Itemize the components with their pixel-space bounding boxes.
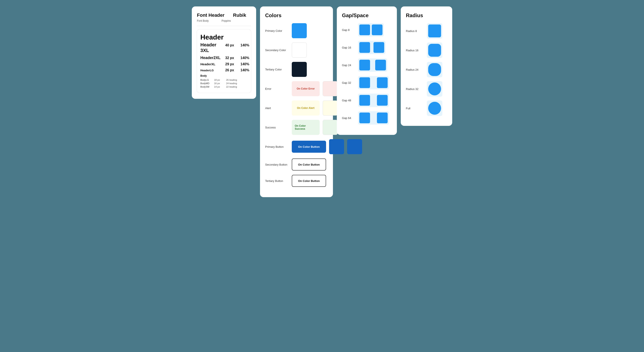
radius-box: [428, 25, 441, 37]
radius-box: [428, 44, 441, 57]
gap-label: Gap 64: [342, 116, 354, 120]
gap-row: Gap 24: [342, 58, 392, 72]
gap-row: Gap 64: [342, 111, 392, 125]
color-row-label: Primary Button: [265, 145, 289, 148]
gap-demo: [358, 111, 389, 125]
type-leading: 140%: [240, 68, 249, 72]
color-row: Primary Color: [265, 23, 328, 38]
gap-demo: [358, 41, 386, 54]
color-row: Primary ButtonOn Color Button: [265, 139, 328, 154]
color-row: Tertiary ButtonOn Color Button: [265, 175, 328, 187]
header-main-label: Header: [200, 33, 248, 41]
color-row: AlertOn Color Alert: [265, 100, 328, 116]
body-type-name: BodyLG: [200, 79, 211, 81]
body-type-leading: 22 leading: [226, 85, 237, 88]
radius-container: Radius 8 Radius 16 Radius 24 Radius 32 F…: [406, 23, 447, 116]
button-pill[interactable]: On Color Button: [292, 141, 326, 153]
gap-label: Gap 32: [342, 81, 354, 84]
radius-box: [428, 82, 441, 95]
type-section: Header Header3XL 40 px 140% Header2XL 32…: [197, 30, 251, 93]
colors-title: Colors: [265, 13, 328, 19]
gap-label: Gap 16: [342, 46, 354, 49]
body-type-leading: 24 leading: [226, 82, 237, 85]
color-swatch: [323, 100, 338, 116]
type-name: Header3XL: [200, 42, 222, 54]
color-swatch: [292, 62, 307, 77]
type-row: HeaderLG 26 px 140%: [200, 68, 248, 72]
radius-label: Radius 16: [406, 49, 423, 52]
font-body-label: Font Body: [197, 19, 209, 22]
body-type-name: BodySM: [200, 85, 211, 88]
color-row-label: Secondary Button: [265, 163, 289, 166]
type-size: 32 px: [225, 56, 237, 60]
gap-box-2: [375, 60, 386, 70]
gap-container: Gap 8 Gap 16 Gap 24 Gap 32 Gap 48 Gap 64: [342, 23, 392, 125]
type-size: 40 px: [225, 43, 237, 47]
type-leading: 140%: [240, 56, 249, 60]
button-pill-outline[interactable]: On Color Button: [292, 158, 326, 170]
color-row: Secondary Color: [265, 43, 328, 58]
radius-label: Radius 8: [406, 30, 423, 33]
gap-box-2: [377, 113, 388, 123]
typography-card: Font Header Rubik Font Body Poppins Head…: [192, 7, 256, 99]
gap-row: Gap 16: [342, 41, 392, 54]
radius-row: Full: [406, 100, 447, 116]
radius-demo-container: [427, 62, 442, 77]
type-leading: 140%: [240, 62, 249, 66]
gap-box-1: [359, 25, 370, 35]
type-row: Header3XL 40 px 140%: [200, 42, 248, 54]
gap-label: Gap 48: [342, 99, 354, 102]
body-row: BodySM 14 px 22 leading: [200, 85, 248, 88]
on-color-pill: On Color Error: [292, 81, 320, 96]
color-row-label: Alert: [265, 106, 289, 110]
color-swatch: [292, 43, 307, 58]
type-leading: 140%: [240, 43, 249, 47]
gap-demo: [358, 94, 389, 107]
radius-box: [428, 63, 441, 76]
font-body-value: Poppins: [222, 19, 231, 22]
gap-demo: [358, 58, 387, 72]
radius-demo-container: [427, 81, 442, 97]
body-type-name: BodyMD: [200, 82, 211, 85]
radius-demo-container: [427, 43, 442, 58]
gap-label: Gap 24: [342, 64, 354, 67]
font-body-row: Font Body Poppins: [197, 19, 251, 22]
radius-label: Radius 24: [406, 68, 423, 71]
on-color-pill: On Color Success: [292, 120, 320, 135]
type-size: 29 px: [225, 62, 237, 66]
gap-box-1: [359, 95, 370, 106]
color-row: SuccessOn Color Success: [265, 120, 328, 135]
gap-box-2: [374, 42, 384, 53]
color-swatch: [292, 23, 307, 38]
color-row-label: Success: [265, 126, 289, 129]
color-row-label: Tertiary Button: [265, 179, 289, 183]
color-swatch: [323, 81, 338, 96]
gap-row: Gap 48: [342, 94, 392, 107]
gap-row: Gap 8: [342, 23, 392, 37]
color-swatch: [347, 139, 362, 154]
divider: [197, 26, 251, 26]
colors-card: Colors Primary ColorSecondary ColorTerti…: [260, 7, 333, 197]
gap-demo: [358, 23, 384, 37]
radius-row: Radius 8: [406, 23, 447, 39]
gap-demo: [358, 76, 389, 89]
button-pill-outline[interactable]: On Color Button: [292, 175, 326, 187]
body-type-size: 16 px: [214, 82, 223, 85]
radius-row: Radius 16: [406, 43, 447, 58]
type-name: HeaderXL: [200, 62, 222, 66]
type-name: HeaderLG: [200, 69, 222, 72]
gap-box-1: [359, 113, 370, 123]
radius-box: [428, 102, 441, 115]
radius-demo-container: [427, 100, 442, 116]
type-size: 26 px: [225, 68, 237, 72]
color-row: ErrorOn Color Error: [265, 81, 328, 96]
font-header-value: Rubik: [233, 13, 246, 18]
color-row: Tertiary Color: [265, 62, 328, 77]
gap-title: Gap/Space: [342, 13, 392, 19]
type-name: Header2XL: [200, 56, 222, 60]
body-row: BodyLG 18 px 26 leading: [200, 79, 248, 81]
radius-card: Radius Radius 8 Radius 16 Radius 24 Radi…: [401, 7, 452, 126]
radius-demo-container: [427, 23, 442, 39]
body-label: Body: [200, 74, 248, 77]
color-row-label: Secondary Color: [265, 49, 289, 52]
